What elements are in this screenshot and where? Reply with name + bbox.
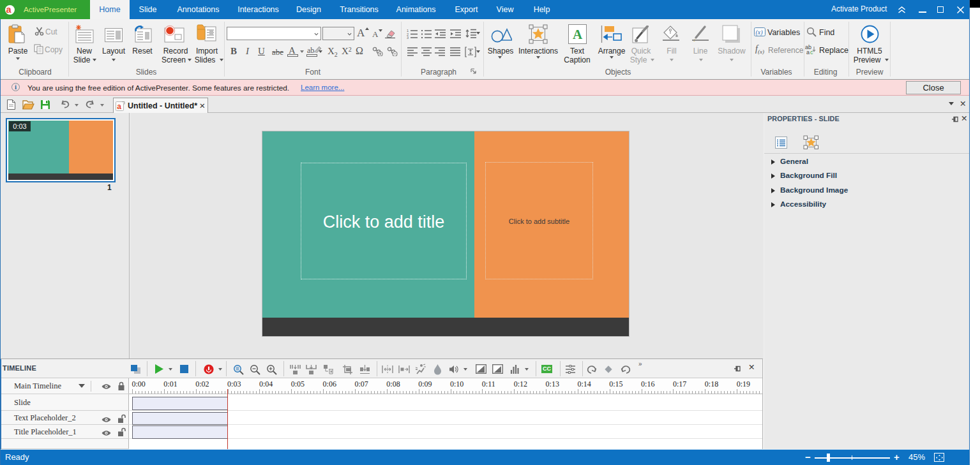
svg-text:3: 3 [407,36,409,39]
svg-text:(x): (x) [756,29,764,36]
svg-text:a: a [117,102,121,111]
svg-text:A: A [573,27,583,42]
svg-text:a: a [806,49,810,55]
